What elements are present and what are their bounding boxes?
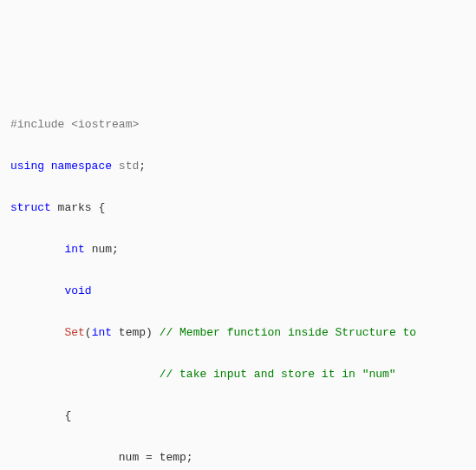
comment: // Member function inside Structure to: [160, 326, 416, 339]
identifier: num;: [85, 243, 119, 256]
code-line: Set(int temp) // Member function inside …: [10, 323, 466, 343]
statement: num = temp;: [10, 451, 193, 464]
function: Set: [64, 326, 84, 339]
code-line: num = temp;: [10, 447, 466, 468]
brace: {: [10, 409, 71, 422]
keyword: int: [10, 243, 85, 256]
preprocessor: #include: [10, 118, 64, 131]
keyword: void: [10, 284, 92, 297]
pad: [10, 326, 64, 339]
keyword: namespace: [44, 160, 112, 173]
code-line: struct marks {: [10, 198, 466, 219]
punct: ;: [139, 160, 146, 173]
keyword: using: [10, 160, 44, 173]
code-block: #include <iostream> using namespace std;…: [10, 94, 466, 470]
identifier: std: [112, 160, 139, 173]
code-line: #include <iostream>: [10, 114, 466, 135]
code-line: void: [10, 281, 466, 302]
code-line: // take input and store it in "num": [10, 364, 466, 385]
keyword: int: [92, 326, 112, 339]
identifier: marks {: [51, 201, 105, 214]
header: <iostream>: [64, 118, 139, 131]
code-line: {: [10, 406, 466, 427]
keyword: struct: [10, 201, 51, 214]
code-line: int num;: [10, 239, 466, 260]
comment: // take input and store it in "num": [10, 368, 396, 381]
identifier: temp): [112, 326, 160, 339]
code-line: using namespace std;: [10, 156, 466, 177]
punct: (: [85, 326, 92, 339]
